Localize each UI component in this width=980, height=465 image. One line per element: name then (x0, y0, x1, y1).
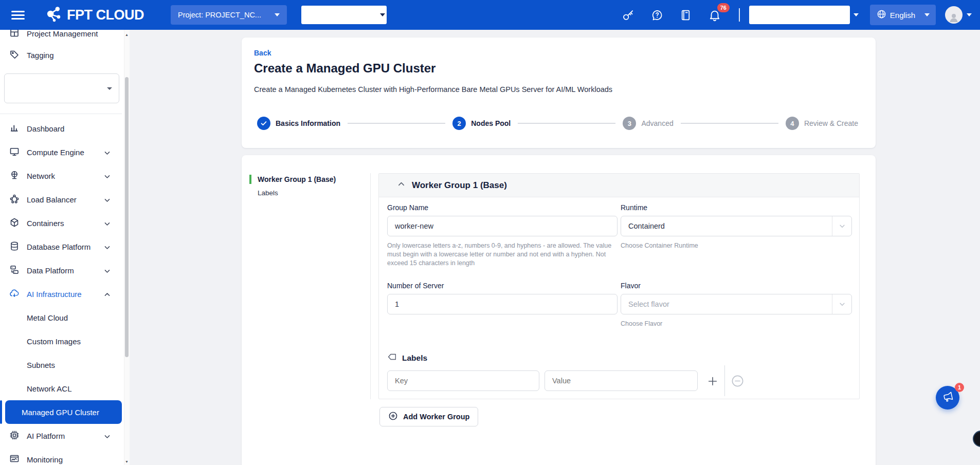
fpt-cloud-logo[interactable]: FPT CLOUD (43, 3, 144, 27)
sidebar-item-label: Data Platform (27, 266, 74, 275)
runtime-select[interactable]: Containerd (621, 216, 852, 236)
api-key-icon[interactable] (622, 8, 635, 22)
caret-down-icon (107, 87, 112, 90)
sidebar-item-dashboard[interactable]: Dashboard (0, 117, 122, 140)
sidebar-subitem-subnets[interactable]: Subnets (0, 353, 122, 377)
navbar-divider (739, 8, 740, 22)
remove-label-button[interactable] (731, 374, 745, 388)
flavor-helper: Choose Flavor (621, 320, 662, 328)
group-name-helper: Only lowercase letters a-z, numbers 0-9,… (387, 241, 620, 268)
monitor-icon (9, 146, 20, 158)
label-value-input[interactable] (545, 370, 698, 391)
sidebar-item-compute-engine[interactable]: Compute Engine (0, 140, 122, 164)
sidebar: Project Management Tagging Dashboard (0, 30, 130, 465)
sidebar-item-load-balancer[interactable]: Load Balancer (0, 188, 122, 211)
announcements-fab[interactable]: 1 (936, 386, 959, 410)
globe-icon (876, 9, 887, 21)
labels-section-header: Labels (387, 352, 427, 364)
chevron-down-icon (104, 196, 111, 205)
step-number: 3 (623, 117, 636, 130)
step-basics-information[interactable]: Basics Information (257, 117, 340, 130)
sidebar-item-label: Compute Engine (27, 148, 84, 157)
worker-group-nav-item[interactable]: Worker Group 1 (Base) (249, 175, 336, 184)
plus-circle-icon (388, 411, 398, 422)
sidebar-subitem-metal-cloud[interactable]: Metal Cloud (0, 306, 122, 329)
chat-widget-button[interactable] (973, 431, 980, 447)
collapse-chevron-icon[interactable] (397, 180, 405, 190)
step-advanced[interactable]: 3 Advanced (623, 117, 673, 130)
step-review-create[interactable]: 4 Review & Create (786, 117, 858, 130)
project-selector-dropdown[interactable]: Project: PROJECT_NC... (171, 5, 287, 25)
chevron-down-icon (832, 216, 851, 236)
back-link[interactable]: Back (254, 49, 271, 57)
hamburger-menu-icon[interactable] (11, 9, 25, 22)
chevron-down-icon (104, 220, 111, 229)
documentation-icon[interactable] (679, 8, 693, 22)
labels-section-title: Labels (402, 354, 427, 363)
navbar-primary-select[interactable] (301, 6, 387, 24)
sidebar-item-ai-platform[interactable]: AI Platform (0, 424, 122, 448)
caret-down-icon[interactable] (967, 13, 972, 16)
help-support-icon[interactable] (650, 8, 664, 22)
flavor-select[interactable]: Select flavor (621, 294, 852, 314)
step-nodes-pool[interactable]: 2 Nodes Pool (452, 117, 511, 130)
navbar-secondary-select[interactable] (749, 6, 850, 24)
scroll-down-arrow-icon[interactable]: ▼ (124, 460, 129, 463)
brand-text: FPT CLOUD (67, 7, 144, 23)
sidebar-item-label: Subnets (27, 361, 55, 369)
grid-icon (9, 30, 20, 40)
sidebar-item-label: Network (27, 172, 55, 180)
sidebar-item-label: Database Platform (27, 243, 90, 251)
sidebar-subitem-network-acl[interactable]: Network ACL (0, 377, 122, 400)
worker-group-panel-body: Group Name Only lowercase letters a-z, n… (379, 197, 859, 399)
add-label-button[interactable] (706, 375, 719, 388)
wizard-stepper: Basics Information 2 Nodes Pool 3 Advanc… (257, 116, 858, 131)
ai-cloud-icon (9, 288, 20, 300)
sidebar-item-label: AI Platform (27, 432, 65, 440)
worker-group-panel-header[interactable]: Worker Group 1 (Base) (379, 174, 859, 197)
step-label: Basics Information (276, 119, 340, 127)
sidebar-subitem-managed-gpu-cluster[interactable]: Managed GPU Cluster (5, 400, 122, 424)
scroll-up-arrow-icon[interactable]: ▲ (124, 33, 129, 36)
flavor-label: Flavor (621, 282, 641, 290)
step-label: Advanced (641, 119, 673, 127)
user-avatar[interactable] (945, 6, 963, 24)
notifications-bell[interactable]: 76 (708, 8, 721, 22)
cube-icon (9, 217, 20, 229)
scrollbar-thumb[interactable] (125, 77, 129, 357)
sidebar-item-ai-infrastructure[interactable]: AI Infrastructure (0, 282, 122, 306)
megaphone-icon (941, 390, 954, 405)
sidebar-item-tagging[interactable]: Tagging (0, 43, 122, 67)
sidebar-item-monitoring[interactable]: Monitoring (0, 448, 122, 465)
language-selector[interactable]: English (870, 5, 936, 25)
sidebar-item-network[interactable]: Network (0, 164, 122, 188)
page-title: Create a Managed GPU Cluster (254, 61, 435, 76)
label-key-input[interactable] (387, 370, 539, 391)
sidebar-item-database-platform[interactable]: Database Platform (0, 235, 122, 258)
caret-down-icon (380, 13, 385, 16)
sidebar-item-label: Load Balancer (27, 195, 77, 204)
runtime-value: Containerd (628, 222, 665, 230)
label-actions-divider (724, 365, 725, 396)
group-name-input[interactable] (387, 216, 618, 236)
caret-down-icon (275, 13, 280, 16)
monitoring-chart-icon (9, 454, 20, 465)
add-worker-group-button[interactable]: Add Worker Group (379, 407, 478, 426)
sidebar-subitem-custom-images[interactable]: Custom Images (0, 329, 122, 353)
step-connector (348, 123, 445, 124)
sidebar-item-containers[interactable]: Containers (0, 211, 122, 235)
group-name-label: Group Name (387, 203, 428, 212)
caret-down-icon (924, 13, 930, 16)
sidebar-item-label: AI Infrastructure (27, 290, 82, 299)
step-completed-check-icon (257, 117, 270, 130)
sidebar-scrollbar[interactable]: ▲ ▼ (124, 30, 130, 465)
sidebar-item-data-platform[interactable]: Data Platform (0, 258, 122, 282)
chevron-down-icon (104, 433, 111, 441)
chevron-down-icon (832, 294, 851, 314)
step-number: 4 (786, 117, 799, 130)
caret-down-icon (854, 13, 859, 16)
chip-icon (9, 430, 20, 442)
number-of-server-input[interactable] (387, 294, 618, 314)
labels-nav-item[interactable]: Labels (258, 189, 278, 197)
sidebar-vpc-select[interactable] (4, 73, 119, 103)
